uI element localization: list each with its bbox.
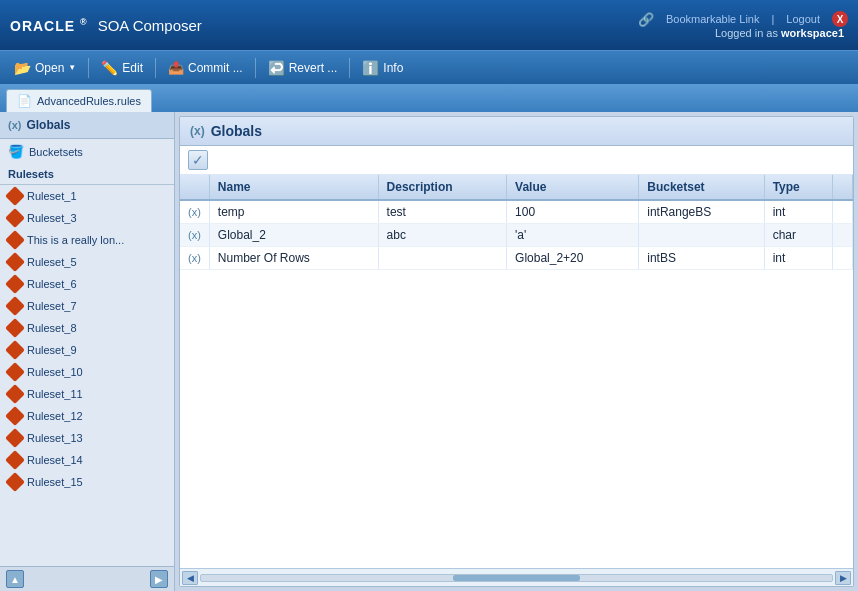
open-label: Open (35, 61, 64, 75)
row-icon-1: (x) (180, 224, 209, 247)
ruleset-icon-1 (5, 208, 25, 228)
ruleset-item-9[interactable]: Ruleset_11 (0, 383, 174, 405)
bucketsets-label: Bucketsets (29, 146, 83, 158)
oracle-text: ORACLE (10, 17, 75, 33)
ruleset-item-13[interactable]: Ruleset_15 (0, 471, 174, 493)
sidebar-bottom: ▲ ▶ (0, 566, 174, 591)
row-icon-0: (x) (180, 200, 209, 224)
separator: | (771, 13, 774, 25)
ruleset-item-6[interactable]: Ruleset_8 (0, 317, 174, 339)
separator-4 (349, 58, 350, 78)
info-icon: ℹ️ (362, 60, 379, 76)
bucketsets-item[interactable]: 🪣 Bucketsets (0, 139, 174, 164)
revert-label: Revert ... (289, 61, 338, 75)
ruleset-item-11[interactable]: Ruleset_13 (0, 427, 174, 449)
col-header-bucketset: Bucketset (639, 175, 764, 200)
table-row: (x) Global_2 abc 'a' char (180, 224, 853, 247)
content-title-icon: (x) (190, 124, 205, 138)
row-value-0[interactable]: 100 (507, 200, 639, 224)
ruleset-item-4[interactable]: Ruleset_6 (0, 273, 174, 295)
content-toolbar: ✓ (180, 146, 853, 175)
revert-button[interactable]: ↩️ Revert ... (260, 57, 346, 79)
sidebar: (x) Globals 🪣 Bucketsets Rulesets Rulese… (0, 112, 175, 591)
col-header-indicator (180, 175, 209, 200)
globals-table: Name Description Value Bucketset Type (x… (180, 175, 853, 270)
open-button[interactable]: 📂 Open ▼ (6, 57, 84, 79)
ruleset-item-1[interactable]: Ruleset_3 (0, 207, 174, 229)
info-button[interactable]: ℹ️ Info (354, 57, 411, 79)
ruleset-name-11: Ruleset_13 (27, 432, 83, 444)
sidebar-prev-button[interactable]: ▲ (6, 570, 24, 588)
data-table: Name Description Value Bucketset Type (x… (180, 175, 853, 568)
rulesets-label: Rulesets (0, 164, 174, 185)
main-content: (x) Globals 🪣 Bucketsets Rulesets Rulese… (0, 112, 858, 591)
col-header-value: Value (507, 175, 639, 200)
table-row: (x) temp test 100 intRangeBS int (180, 200, 853, 224)
link-icon: 🔗 (638, 12, 654, 27)
commit-icon: 📤 (168, 60, 184, 75)
ruleset-item-10[interactable]: Ruleset_12 (0, 405, 174, 427)
advanced-rules-tab[interactable]: 📄 AdvancedRules.rules (6, 89, 152, 112)
add-row-button[interactable]: ✓ (188, 150, 208, 170)
logout-link[interactable]: Logout (786, 13, 820, 25)
row-type-1[interactable]: char (764, 224, 832, 247)
bucketsets-icon: 🪣 (8, 144, 24, 159)
row-type-0[interactable]: int (764, 200, 832, 224)
edit-button[interactable]: ✏️ Edit (93, 57, 151, 79)
edit-icon: ✏️ (101, 60, 118, 76)
ruleset-icon-6 (5, 318, 25, 338)
content-scrollbar: ◀ ▶ (180, 568, 853, 586)
ruleset-item-0[interactable]: Ruleset_1 (0, 185, 174, 207)
ruleset-item-5[interactable]: Ruleset_7 (0, 295, 174, 317)
content-header: (x) Globals (180, 117, 853, 146)
ruleset-icon-2 (5, 230, 25, 250)
separator-2 (155, 58, 156, 78)
row-bucketset-1[interactable] (639, 224, 764, 247)
ruleset-name-2: This is a really lon... (27, 234, 124, 246)
commit-label: Commit ... (188, 61, 243, 75)
ruleset-item-12[interactable]: Ruleset_14 (0, 449, 174, 471)
commit-button[interactable]: 📤 Commit ... (160, 57, 251, 78)
bookmarkable-link[interactable]: Bookmarkable Link (666, 13, 760, 25)
globals-section-header[interactable]: (x) Globals (0, 112, 174, 139)
edit-label: Edit (122, 61, 143, 75)
ruleset-icon-13 (5, 472, 25, 492)
app-title: SOA Composer (98, 17, 202, 34)
row-name-2[interactable]: Number Of Rows (209, 247, 378, 270)
ruleset-item-7[interactable]: Ruleset_9 (0, 339, 174, 361)
row-bucketset-2[interactable]: intBS (639, 247, 764, 270)
row-name-1[interactable]: Global_2 (209, 224, 378, 247)
row-extra-0 (833, 200, 853, 224)
ruleset-name-0: Ruleset_1 (27, 190, 77, 202)
ruleset-item-2[interactable]: This is a really lon... (0, 229, 174, 251)
info-label: Info (383, 61, 403, 75)
scroll-left-button[interactable]: ◀ (182, 571, 198, 585)
row-name-0[interactable]: temp (209, 200, 378, 224)
row-value-1[interactable]: 'a' (507, 224, 639, 247)
row-description-0[interactable]: test (378, 200, 506, 224)
row-extra-2 (833, 247, 853, 270)
row-icon-2: (x) (180, 247, 209, 270)
ruleset-name-6: Ruleset_8 (27, 322, 77, 334)
row-type-2[interactable]: int (764, 247, 832, 270)
ruleset-icon-12 (5, 450, 25, 470)
oracle-logo: ORACLE ® (10, 17, 88, 34)
scroll-track[interactable] (200, 574, 833, 582)
ruleset-icon-11 (5, 428, 25, 448)
ruleset-name-13: Ruleset_15 (27, 476, 83, 488)
ruleset-item-8[interactable]: Ruleset_10 (0, 361, 174, 383)
row-value-2[interactable]: Global_2+20 (507, 247, 639, 270)
tab-icon: 📄 (17, 94, 32, 108)
col-header-name: Name (209, 175, 378, 200)
row-description-1[interactable]: abc (378, 224, 506, 247)
ruleset-item-3[interactable]: Ruleset_5 (0, 251, 174, 273)
ruleset-name-7: Ruleset_9 (27, 344, 77, 356)
ruleset-icon-7 (5, 340, 25, 360)
row-bucketset-0[interactable]: intRangeBS (639, 200, 764, 224)
table-row: (x) Number Of Rows Global_2+20 intBS int (180, 247, 853, 270)
table-header-row: Name Description Value Bucketset Type (180, 175, 853, 200)
ruleset-name-5: Ruleset_7 (27, 300, 77, 312)
sidebar-next-button[interactable]: ▶ (150, 570, 168, 588)
row-description-2[interactable] (378, 247, 506, 270)
scroll-right-button[interactable]: ▶ (835, 571, 851, 585)
